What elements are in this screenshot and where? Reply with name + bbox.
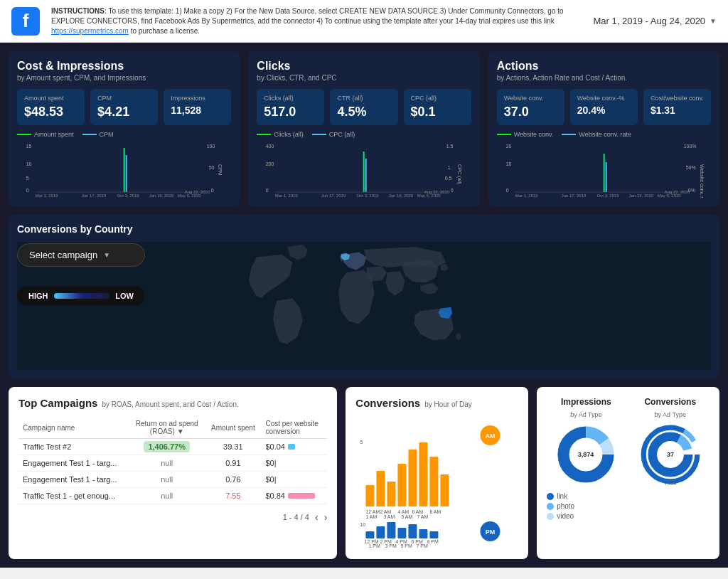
actions-cards: Website conv. 37.0 Website conv.-% 20.4%… [497,89,711,125]
pagination-next-button[interactable]: › [324,511,328,523]
pagination-prev-button[interactable]: ‹ [315,511,318,523]
legend-website-conv: Website conv. [497,131,554,138]
roas-cell: 1,406.77% [129,439,205,455]
svg-text:3 AM: 3 AM [384,514,395,519]
clicks-chart: 400 200 0 1.5 1 0.5 0 CPC (all) Mar 1, 2… [257,141,471,198]
svg-text:100%: 100% [683,144,696,149]
svg-rect-76 [409,524,417,538]
svg-text:Aug 22, 2020: Aug 22, 2020 [185,190,210,194]
svg-rect-75 [398,528,407,538]
top-campaigns-title: Top Campaigns [18,397,97,409]
impressions-card: Impressions 11,528 [164,89,231,125]
adtype-section: Impressions by Ad Type 3,874 [537,387,719,559]
clicks-svg: 400 200 0 1.5 1 0.5 0 CPC (all) Mar 1, 2… [257,141,471,198]
campaign-dropdown[interactable]: Select campaign ▼ [17,243,145,267]
facebook-logo: f [11,7,40,36]
svg-text:10: 10 [360,522,366,527]
map-section: Conversions by Country Select campaign ▼… [9,215,719,378]
legend-wc-dot [497,134,511,135]
legend-cpc-dot [312,134,326,135]
conversions-hour-subtitle: by Hour of Day [424,400,472,408]
date-range[interactable]: Mar 1, 2019 - Aug 24, 2020 ▼ [594,16,717,26]
svg-rect-74 [387,522,396,538]
svg-text:Mar 1, 2019: Mar 1, 2019 [36,193,59,198]
legend-amount-spent: Amount spent [17,131,74,138]
date-range-text: Mar 1, 2019 - Aug 24, 2020 [594,16,706,26]
cost-impressions-section: Cost & Impressions by Amount spent, CPM,… [9,51,240,206]
svg-text:5: 5 [360,440,363,445]
ctr-label: CTR (all) [337,95,390,102]
clicks-title: Clicks [257,60,471,73]
svg-rect-57 [419,442,428,506]
legend-cpc: CPC (all) [312,131,355,138]
date-chevron-icon: ▼ [710,17,717,25]
clicks-all-value: 517.0 [264,105,317,119]
conversions-donut: 37 7,459 [631,423,710,487]
hour-chart: AM 12 AM 2 AM 4 AM 6 AM 8 AM 1 [355,421,518,549]
campaign-dropdown-label: Select campaign [29,250,97,260]
svg-text:AM: AM [486,432,496,440]
legend-blue-dot [82,134,97,135]
svg-rect-55 [398,464,407,506]
cost-impressions-cards: Amount spent $48.53 CPM $4.21 Impression… [17,89,231,125]
campaign-name-cell: Engagement Test 1 - targ... [18,472,129,488]
amount-cell: 39.31 [205,439,261,455]
actions-legend: Website conv. Website conv. rate [497,131,711,138]
svg-text:6 AM: 6 AM [412,509,424,514]
col-campaign-name: Campaign name [18,417,129,439]
top-campaigns-section: Top Campaigns by ROAS, Amount spent, and… [9,387,337,559]
cpm-value: $4.21 [97,105,151,119]
ctr-card: CTR (all) 4.5% [330,89,397,125]
website-conv-label: Website conv. [504,95,557,102]
website-conv-pct-label: Website conv.-% [577,95,631,102]
legend-green-dot [17,134,31,135]
clicks-cards: Clicks (all) 517.0 CTR (all) 4.5% CPC (a… [257,89,471,125]
svg-text:4 AM: 4 AM [398,509,410,514]
svg-rect-78 [430,531,439,538]
impressions-adtype-subtitle: by Ad Type [547,411,625,418]
cost-impressions-subtitle: by Amount spent, CPM, and Impressions [17,74,231,82]
svg-text:Jun 17, 2019: Jun 17, 2019 [321,193,346,198]
svg-rect-59 [441,474,449,506]
conversions-adtype-title: Conversions [631,397,710,407]
conversions-hour-section: Conversions by Hour of Day AM [346,387,528,559]
instructions-text: INSTRUCTIONS: To use this template: 1) M… [51,6,582,36]
svg-rect-72 [366,531,375,538]
svg-text:Aug 22, 2020: Aug 22, 2020 [664,190,690,194]
cost-impressions-title: Cost & Impressions [17,60,231,73]
roas-null-cell: null [129,472,205,488]
legend-video: video [547,512,625,520]
svg-text:100: 100 [207,144,215,149]
amount-cell: 0.76 [205,472,261,488]
svg-text:1 PM: 1 PM [369,543,381,548]
impressions-value: 11,528 [171,105,224,116]
amount-spent-label: Amount spent [24,95,77,102]
campaign-selector[interactable]: Select campaign ▼ [17,243,145,267]
svg-rect-73 [377,526,385,538]
svg-text:5 AM: 5 AM [402,514,413,519]
svg-rect-58 [430,457,439,506]
roas-null-cell: null [129,455,205,472]
svg-text:Jan 19, 2020: Jan 19, 2020 [149,193,174,198]
amount-cell: 0.91 [205,455,261,472]
col-roas: Return on ad spend(ROAS) ▼ [129,417,205,439]
svg-text:3,874: 3,874 [578,451,594,458]
impressions-donut-svg: 3,874 [554,423,618,487]
svg-text:1.5: 1.5 [446,144,454,149]
table-row: Traffic Test #2 1,406.77% 39.31 $0.04 [18,439,327,455]
svg-rect-77 [419,529,428,538]
legend-video-color [547,513,554,520]
table-row: Engagement Test 1 - targ... null 0.91 $0… [18,455,327,472]
svg-text:CPM: CPM [218,164,223,176]
legend-photo: photo [547,502,625,510]
cpc-value: $0.1 [411,105,464,119]
svg-text:7,459: 7,459 [665,481,676,486]
cost-website-conv-label: Cost/website conv. [651,95,704,102]
cost-cell: $0.04 [261,439,327,455]
svg-text:CPC (all): CPC (all) [456,164,462,184]
cost-cell: $0.84 [261,488,327,504]
website-conv-card: Website conv. 37.0 [497,89,564,125]
svg-text:1: 1 [448,165,451,170]
campaign-name-cell: Traffic Test 1 - get enoug... [18,488,129,504]
cost-bar [288,444,295,450]
